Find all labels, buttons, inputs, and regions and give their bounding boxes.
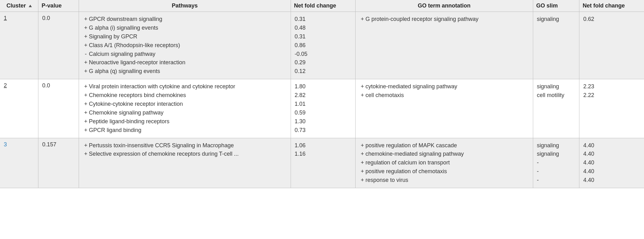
pathway-label: Chemokine receptors bind chemokines xyxy=(89,91,287,100)
cluster-cell: 3 xyxy=(0,138,38,188)
pathway-label: GPCR downstream signalling xyxy=(89,15,287,24)
plus-icon: + xyxy=(83,15,89,24)
go-term-item: + G protein-coupled receptor signaling p… xyxy=(359,15,529,24)
cluster-link[interactable]: 3 xyxy=(4,141,7,148)
cluster-link[interactable]: 2 xyxy=(4,82,7,89)
nfc-go-cell: 2.232.22 xyxy=(579,79,644,138)
go-term-label: positive regulation of chemotaxis xyxy=(366,167,529,176)
nfc-value: 1.06 xyxy=(295,141,351,150)
plus-icon: + xyxy=(83,109,89,117)
go-slim-value: signaling xyxy=(537,15,576,24)
col-header-go-term[interactable]: GO term annotation xyxy=(355,0,533,12)
nfc-value: 4.40 xyxy=(583,167,640,176)
pvalue-cell: 0.0 xyxy=(38,12,79,79)
go-slim-value: - xyxy=(537,176,576,185)
go-slim-value: - xyxy=(537,167,576,176)
pathway-label: Cytokine-cytokine receptor interaction xyxy=(89,100,287,109)
cluster-cell: 2 xyxy=(0,79,38,138)
pathway-item: + Pertussis toxin-insensitive CCR5 Signa… xyxy=(83,141,287,150)
go-term-item: + response to virus xyxy=(359,176,529,185)
nfc-value: 0.59 xyxy=(295,109,351,117)
pathway-item: + G alpha (q) signalling events xyxy=(83,67,287,76)
pathway-label: GPCR ligand binding xyxy=(89,126,287,135)
go-slim-value: signaling xyxy=(537,82,576,91)
go-term-label: regulation of calcium ion transport xyxy=(366,159,529,167)
nfc-value: 4.40 xyxy=(583,176,640,185)
go-slim-value: - xyxy=(537,159,576,167)
plus-icon: + xyxy=(359,91,366,100)
col-header-pvalue[interactable]: P-value xyxy=(38,0,79,12)
table-header-row: Cluster P-value Pathways Net fold change… xyxy=(0,0,644,12)
go-term-item: + positive regulation of MAPK cascade xyxy=(359,141,529,150)
nfc-value: 2.23 xyxy=(583,82,640,91)
nfc-value: 0.31 xyxy=(295,15,351,24)
pathway-label: Signaling by GPCR xyxy=(89,32,287,41)
pathway-label: Class A/1 (Rhodopsin-like receptors) xyxy=(89,41,287,50)
nfc-value: 0.62 xyxy=(583,15,640,24)
table-row: 10.0+ GPCR downstream signalling+ G alph… xyxy=(0,12,644,79)
pathway-label: Viral protein interaction with cytokine … xyxy=(89,82,287,91)
col-header-nfc-go[interactable]: Net fold change xyxy=(579,0,644,12)
pathway-label: Chemokine signaling pathway xyxy=(89,109,287,117)
pathway-label: Selective expression of chemokine recept… xyxy=(89,150,287,159)
nfc-pathways-cell: 1.802.821.010.591.300.73 xyxy=(291,79,355,138)
go-term-label: cytokine-mediated signaling pathway xyxy=(366,82,529,91)
sort-ascending-icon xyxy=(29,5,32,7)
cluster-link[interactable]: 1 xyxy=(4,15,7,21)
col-header-cluster-label: Cluster xyxy=(7,2,26,9)
col-header-cluster[interactable]: Cluster xyxy=(0,0,38,12)
pathway-label: G alpha (i) signalling events xyxy=(89,24,287,32)
pathways-cell: + Viral protein interaction with cytokin… xyxy=(79,79,291,138)
go-slim-cell: signalingcell motility xyxy=(533,79,579,138)
plus-icon: + xyxy=(359,82,366,91)
pathway-item: + GPCR downstream signalling xyxy=(83,15,287,24)
plus-icon: + xyxy=(83,32,89,41)
cluster-annotation-table: Cluster P-value Pathways Net fold change… xyxy=(0,0,644,188)
col-header-go-slim[interactable]: GO slim xyxy=(533,0,579,12)
go-term-item: + regulation of calcium ion transport xyxy=(359,159,529,167)
go-term-item: + cytokine-mediated signaling pathway xyxy=(359,82,529,91)
pathway-label: Peptide ligand-binding receptors xyxy=(89,117,287,126)
pathway-item: + Viral protein interaction with cytokin… xyxy=(83,82,287,91)
go-term-label: positive regulation of MAPK cascade xyxy=(366,141,529,150)
nfc-value: 4.40 xyxy=(583,159,640,167)
plus-icon: + xyxy=(83,150,89,159)
pathway-item: + Chemokine signaling pathway xyxy=(83,109,287,117)
nfc-value: 0.29 xyxy=(295,58,351,67)
nfc-go-cell: 0.62 xyxy=(579,12,644,79)
plus-icon: + xyxy=(83,41,89,50)
pathway-item: + G alpha (i) signalling events xyxy=(83,24,287,32)
plus-icon: + xyxy=(83,67,89,76)
pathway-item: - Calcium signaling pathway xyxy=(83,50,287,59)
go-slim-value: cell motility xyxy=(537,91,576,100)
pvalue-cell: 0.157 xyxy=(38,138,79,188)
plus-icon: + xyxy=(359,167,366,176)
go-term-cell: + G protein-coupled receptor signaling p… xyxy=(355,12,533,79)
go-slim-cell: signalingsignaling--- xyxy=(533,138,579,188)
plus-icon: + xyxy=(359,176,366,185)
nfc-value: 0.73 xyxy=(295,126,351,135)
plus-icon: + xyxy=(83,24,89,32)
pathway-label: Pertussis toxin-insensitive CCR5 Signali… xyxy=(89,141,287,150)
go-term-item: + cell chemotaxis xyxy=(359,91,529,100)
plus-icon: + xyxy=(83,100,89,109)
nfc-value: 0.31 xyxy=(295,32,351,41)
go-term-label: response to virus xyxy=(366,176,529,185)
nfc-value: 1.30 xyxy=(295,117,351,126)
pathways-cell: + Pertussis toxin-insensitive CCR5 Signa… xyxy=(79,138,291,188)
cluster-cell: 1 xyxy=(0,12,38,79)
nfc-value: 1.01 xyxy=(295,100,351,109)
nfc-value: 0.48 xyxy=(295,24,351,32)
table-row: 30.157+ Pertussis toxin-insensitive CCR5… xyxy=(0,138,644,188)
col-header-nfc-pathways[interactable]: Net fold change xyxy=(291,0,355,12)
go-term-label: cell chemotaxis xyxy=(366,91,529,100)
go-term-cell: + positive regulation of MAPK cascade+ c… xyxy=(355,138,533,188)
pathway-label: Calcium signaling pathway xyxy=(89,50,287,59)
nfc-go-cell: 4.404.404.404.404.40 xyxy=(579,138,644,188)
pathway-item: + Selective expression of chemokine rece… xyxy=(83,150,287,159)
col-header-pathways[interactable]: Pathways xyxy=(79,0,291,12)
pathway-item: + Cytokine-cytokine receptor interaction xyxy=(83,100,287,109)
plus-icon: + xyxy=(83,91,89,100)
pathway-item: + Chemokine receptors bind chemokines xyxy=(83,91,287,100)
nfc-value: 1.16 xyxy=(295,150,351,159)
